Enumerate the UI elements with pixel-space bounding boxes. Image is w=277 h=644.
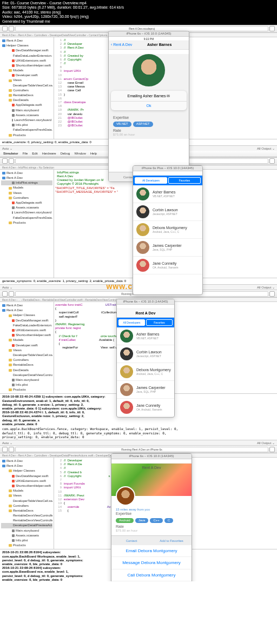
project-navigator[interactable]: Rent A DevRent A DevInfoPlist.stringsMod… [0, 170, 54, 278]
developer-row[interactable]: Debora MontgomeryAndroid, Java, C++, C [133, 221, 202, 239]
menu-file[interactable]: File [23, 152, 28, 156]
stop-button[interactable] [9, 291, 14, 297]
auto-dropdown[interactable]: Auto ⌄ [2, 285, 12, 290]
all-output-dropdown[interactable]: All Output ⌄ [257, 440, 275, 445]
tree-item[interactable]: Main.storyboard [1, 108, 52, 113]
tree-item[interactable]: DeveloperTableViewCell.swift [1, 83, 52, 88]
menu-simulator[interactable]: Simulator [3, 152, 18, 156]
tree-item[interactable]: DevDataManager.swift [1, 474, 52, 479]
tree-item[interactable]: UIKitExtensions.swift [1, 58, 52, 63]
tree-item[interactable]: RentableDevs [1, 508, 52, 513]
tree-item[interactable]: Controllers [1, 504, 52, 508]
tree-item[interactable]: Helper Classes [1, 313, 52, 318]
developer-row[interactable]: Debora MontgomeryAndroid, Java, C++, C [117, 363, 174, 381]
tree-item[interactable]: FakeDataLoaderExtension.swift [1, 53, 52, 58]
tree-item[interactable]: Controllers [1, 196, 52, 200]
tree-item[interactable]: Developer.swift [1, 343, 52, 348]
run-button[interactable] [2, 447, 8, 452]
tree-item[interactable]: Models [1, 338, 52, 343]
stop-button[interactable] [9, 158, 14, 164]
project-navigator[interactable]: Rent A DevRent A DevHelper ClassesDevDat… [0, 302, 54, 393]
tree-item[interactable]: Controllers [1, 358, 52, 363]
developer-row[interactable]: Asher BarnesVB.NET, ASP.NET [117, 327, 174, 345]
tree-item[interactable]: FakeDevelopersFreshData.plist [1, 128, 52, 132]
back-button[interactable]: ‹ Rent A Dev [111, 43, 132, 47]
tree-item[interactable]: Assets.xcassets [1, 205, 52, 210]
tree-item[interactable]: Main.storyboard [1, 528, 52, 533]
tab-favorites[interactable]: Favorites [168, 177, 201, 184]
tree-item[interactable]: ShortcutItemHelper.swift [1, 63, 52, 68]
call-action[interactable]: Call Debora Montgomery [111, 569, 192, 582]
message-action[interactable]: Message Debora Montgomery [111, 557, 192, 569]
tree-item[interactable]: Products [1, 387, 52, 392]
tree-item[interactable]: DevDataManager.swift [1, 318, 52, 323]
tree-item[interactable]: ShortcutItemHelper.swift [1, 484, 52, 488]
tree-item[interactable]: RentableDevsViewControllerPreviewing.swi… [1, 518, 52, 523]
layout-button[interactable] [269, 447, 275, 452]
layout-button[interactable] [269, 158, 275, 164]
tree-item[interactable]: DevDetails [1, 98, 52, 103]
tree-item[interactable]: LaunchScreen.storyboard [1, 210, 52, 215]
developer-row[interactable]: Corbin LawsonJavascript, ASP.NET [117, 345, 174, 363]
tree-item[interactable]: Info.plist [1, 538, 52, 543]
add-favorite-tab[interactable]: Add to Favorites [151, 536, 192, 545]
tree-item[interactable]: Rent A Dev [1, 308, 52, 313]
tab-all-developers[interactable]: All Developers [118, 319, 145, 326]
tree-item[interactable]: Info.plist [1, 123, 52, 128]
tree-item[interactable]: Info.plist [1, 383, 52, 387]
tab-favorites[interactable]: Favorites [146, 319, 173, 326]
tree-item[interactable]: DeveloperDetailViewController.swift [1, 373, 52, 378]
menu-hardware[interactable]: Hardware [42, 152, 56, 156]
tree-item[interactable]: DevDataManager.swift [1, 48, 52, 53]
tree-item[interactable]: Controllers [1, 88, 52, 93]
tree-item[interactable]: FakeDataLoaderExtension.swift [1, 323, 52, 328]
simulator-window-2[interactable]: iPhone 6s Plus – iOS 10.0 (14A345) All D… [133, 165, 203, 295]
simulator-window-1[interactable]: iPhone 6s – iOS 10.0 (14A345) 9:22 PM ‹ … [108, 31, 189, 182]
tree-item[interactable]: Views [1, 78, 52, 83]
run-button[interactable] [2, 291, 8, 297]
tree-item[interactable]: Rent A Dev [1, 176, 52, 180]
menu-help[interactable]: Help [90, 152, 97, 156]
auto-dropdown[interactable]: Auto ⌄ [2, 146, 12, 151]
layout-button[interactable] [269, 26, 275, 31]
tree-item[interactable]: Models [1, 488, 52, 493]
tree-item[interactable]: Views [1, 191, 52, 196]
tree-item[interactable]: Helper Classes [1, 468, 52, 473]
tree-item[interactable]: Main.storyboard [1, 378, 52, 383]
tree-item[interactable]: Products [1, 133, 52, 138]
developer-row[interactable]: Jane ConnellyC#, Android, Xamarin [133, 257, 202, 274]
tree-item[interactable]: DeveloperTableViewCell.swift [1, 353, 52, 358]
tree-item[interactable]: Views [1, 348, 52, 353]
tab-all-developers[interactable]: All Developers [135, 177, 167, 184]
tree-item[interactable]: Products [1, 543, 52, 548]
tree-item[interactable]: InfoPlist.strings [1, 180, 52, 185]
tree-item[interactable]: Rent A Dev [1, 464, 52, 468]
tree-item[interactable]: DeveloperDetailPreviewActions.swift [1, 523, 52, 528]
tree-item[interactable]: ShortcutItemHelper.swift [1, 333, 52, 338]
tree-item[interactable]: UIKitExtensions.swift [1, 479, 52, 484]
email-action[interactable]: Email Debora Montgomery [111, 545, 192, 558]
tree-item[interactable]: DeveloperTableViewCell.swift [1, 499, 52, 504]
simulator-window-3[interactable]: iPhone 6s – iOS 10.0 (14A345) Rent A Dev… [116, 299, 175, 418]
developer-row[interactable]: James CarpenterJava, SQL, PHP [117, 381, 174, 399]
tree-item[interactable]: Assets.xcassets [1, 113, 52, 118]
developer-row[interactable]: James CarpenterJava, SQL, PHP [133, 239, 202, 257]
developer-row[interactable]: Corbin LawsonJavascript, ASP.NET [133, 203, 202, 221]
tree-item[interactable]: UIKitExtensions.swift [1, 328, 52, 333]
menu-edit[interactable]: Edit [32, 152, 37, 156]
menu-debug[interactable]: Debug [61, 152, 70, 156]
alert-ok-button[interactable]: Ok [111, 101, 187, 110]
run-button[interactable] [2, 26, 8, 31]
tree-item[interactable]: AppDelegate.swift [1, 103, 52, 108]
developer-row[interactable]: Asher BarnesVB.NET, ASP.NET [133, 185, 202, 203]
project-navigator[interactable]: Rent A DevRent A DevHelper ClassesDevDat… [0, 458, 54, 549]
tree-item[interactable]: Helper Classes [1, 43, 52, 48]
layout-button[interactable] [269, 291, 275, 297]
tree-item[interactable]: Rent A Dev [1, 303, 52, 308]
tree-item[interactable]: Models [1, 68, 52, 73]
tree-item[interactable]: Rent A Dev [1, 171, 52, 176]
tree-item[interactable]: Rent A Dev [1, 459, 52, 464]
tree-item[interactable]: Developer.swift [1, 73, 52, 78]
tree-item[interactable]: Views [1, 493, 52, 498]
tree-item[interactable]: FakeDevelopersFreshData.plist [1, 216, 52, 220]
